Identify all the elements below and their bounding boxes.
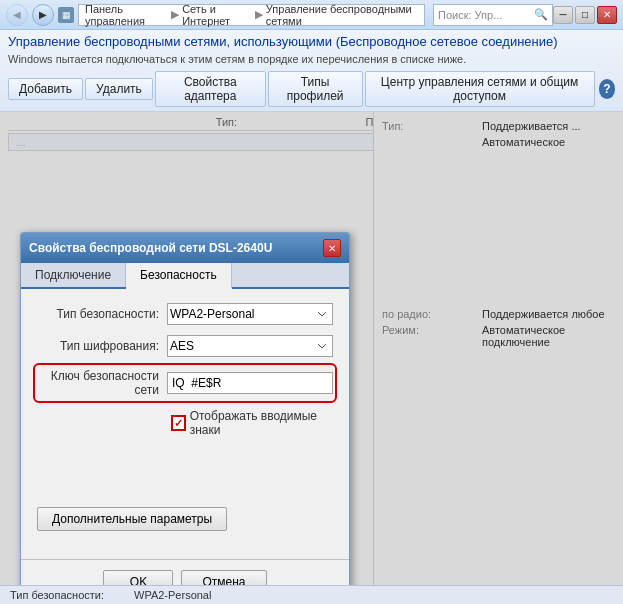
search-bar[interactable]: Поиск: Упр... 🔍 — [433, 4, 553, 26]
bottom-security-label: Тип безопасности: — [10, 589, 104, 601]
add-button[interactable]: Добавить — [8, 78, 83, 100]
bottom-status-bar: Тип безопасности: WPA2-Personal — [0, 585, 623, 604]
advanced-button[interactable]: Дополнительные параметры — [37, 507, 227, 531]
toolbar-subtitle: Windows пытается подключаться к этим сет… — [8, 53, 615, 65]
dialog-close-button[interactable]: ✕ — [323, 239, 341, 257]
toolbar-buttons: Добавить Удалить Свойства адаптера Типы … — [8, 71, 615, 107]
back-icon: ◀ — [13, 9, 21, 20]
close-button[interactable]: ✕ — [597, 6, 617, 24]
security-type-row: Тип безопасности: WPA2-Personal WPA-Pers… — [37, 303, 333, 325]
password-row: Ключ безопасности сети — [37, 367, 333, 399]
adapter-properties-button[interactable]: Свойства адаптера — [155, 71, 266, 107]
dialog-title: Свойства беспроводной сети DSL-2640U — [29, 241, 272, 255]
encryption-control: AES TKIP — [167, 335, 333, 357]
breadcrumb-sep-2: ▶ — [255, 8, 263, 21]
tab-connection[interactable]: Подключение — [21, 263, 126, 287]
title-bar-left: ◀ ▶ ▦ Панель управления ▶ Сеть и Интерне… — [6, 4, 553, 26]
breadcrumb-sep-1: ▶ — [171, 8, 179, 21]
tab-security[interactable]: Безопасность — [126, 263, 232, 289]
profile-types-button[interactable]: Типы профилей — [268, 71, 363, 107]
ok-button[interactable]: OK — [103, 570, 173, 585]
cancel-button[interactable]: Отмена — [181, 570, 266, 585]
encryption-label: Тип шифрования: — [37, 339, 167, 353]
maximize-button[interactable]: □ — [575, 6, 595, 24]
password-label: Ключ безопасности сети — [37, 369, 167, 397]
breadcrumb-item-3[interactable]: Управление беспроводными сетями — [266, 3, 418, 27]
title-bar: ◀ ▶ ▦ Панель управления ▶ Сеть и Интерне… — [0, 0, 623, 30]
window-controls: ─ □ ✕ — [553, 6, 617, 24]
network-center-button[interactable]: Центр управления сетями и общим доступом — [365, 71, 595, 107]
toolbar-title: Управление беспроводными сетями, использ… — [8, 34, 615, 49]
minimize-button[interactable]: ─ — [553, 6, 573, 24]
security-type-label: Тип безопасности: — [37, 307, 167, 321]
search-icon: 🔍 — [534, 8, 548, 21]
dialog-title-bar: Свойства беспроводной сети DSL-2640U ✕ — [21, 233, 349, 263]
show-chars-row: Отображать вводимые знаки — [37, 409, 333, 437]
network-properties-dialog: Свойства беспроводной сети DSL-2640U ✕ П… — [20, 232, 350, 585]
dialog-overlay: Свойства беспроводной сети DSL-2640U ✕ П… — [0, 112, 623, 585]
show-chars-label: Отображать вводимые знаки — [190, 409, 333, 437]
forward-icon: ▶ — [39, 9, 47, 20]
content-area: Тип: Поддерживается ... Автоматическое .… — [0, 112, 623, 585]
main-window: ◀ ▶ ▦ Панель управления ▶ Сеть и Интерне… — [0, 0, 623, 604]
breadcrumb-item-2[interactable]: Сеть и Интернет — [182, 3, 252, 27]
back-button[interactable]: ◀ — [6, 4, 28, 26]
password-control — [167, 372, 333, 394]
advanced-btn-row: Дополнительные параметры — [37, 507, 333, 531]
remove-button[interactable]: Удалить — [85, 78, 153, 100]
encryption-row: Тип шифрования: AES TKIP — [37, 335, 333, 357]
dialog-spacer — [37, 447, 333, 507]
bottom-security-value: WPA2-Personal — [134, 589, 211, 601]
search-placeholder: Поиск: Упр... — [438, 9, 502, 21]
dialog-content: Тип безопасности: WPA2-Personal WPA-Pers… — [21, 289, 349, 559]
show-chars-container: Отображать вводимые знаки — [171, 409, 333, 437]
signal-icon: ▦ — [58, 7, 74, 23]
show-chars-checkbox[interactable] — [171, 415, 186, 431]
encryption-select[interactable]: AES TKIP — [167, 335, 333, 357]
security-type-control: WPA2-Personal WPA-Personal WEP Нет — [167, 303, 333, 325]
dialog-footer: OK Отмена — [21, 559, 349, 585]
help-button[interactable]: ? — [599, 79, 615, 99]
password-input[interactable] — [167, 372, 333, 394]
dialog-tabs: Подключение Безопасность — [21, 263, 349, 289]
toolbar: Управление беспроводными сетями, использ… — [0, 30, 623, 112]
breadcrumb-item-1[interactable]: Панель управления — [85, 3, 168, 27]
forward-button[interactable]: ▶ — [32, 4, 54, 26]
breadcrumb: Панель управления ▶ Сеть и Интернет ▶ Уп… — [78, 4, 425, 26]
security-type-select[interactable]: WPA2-Personal WPA-Personal WEP Нет — [167, 303, 333, 325]
